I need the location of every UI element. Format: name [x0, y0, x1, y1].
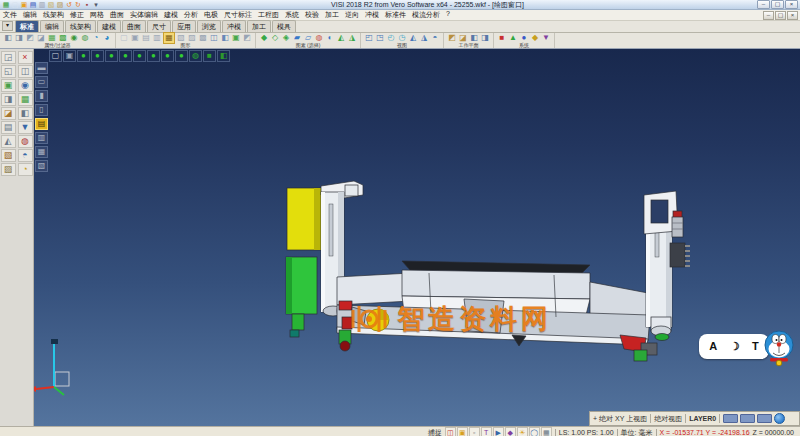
- toolbar-icon[interactable]: ◕: [102, 33, 112, 43]
- left-panel-tool-icon[interactable]: ◱: [1, 65, 16, 78]
- toolbar-icon[interactable]: ◩: [447, 33, 457, 43]
- view-mode-label[interactable]: 绝对 XY 上视图: [599, 414, 647, 424]
- menu-item[interactable]: 分析: [181, 10, 201, 20]
- toolbar-icon[interactable]: ◭: [408, 33, 418, 43]
- undo-icon[interactable]: ↺: [65, 1, 73, 9]
- ribbon-tab[interactable]: 冲模: [222, 20, 246, 32]
- import-icon[interactable]: ▧: [47, 1, 55, 9]
- ribbon-tab[interactable]: 浏览: [197, 20, 221, 32]
- toolbar-icon[interactable]: ◫: [209, 33, 219, 43]
- snap-toggle-icon[interactable]: T: [481, 427, 492, 436]
- window-control-button[interactable]: ×: [785, 0, 798, 9]
- cad-model-3d[interactable]: [34, 49, 800, 426]
- view-label[interactable]: 绝对视图: [654, 414, 682, 424]
- left-panel-tool-icon[interactable]: ◓: [18, 149, 33, 162]
- menu-item[interactable]: 文件: [0, 10, 20, 20]
- ime-mode-letter[interactable]: A: [709, 334, 717, 359]
- snap-toggle-icon[interactable]: ◫: [445, 427, 456, 436]
- left-panel-tool-icon[interactable]: ◪: [1, 107, 16, 120]
- open-folder-icon[interactable]: ▣: [20, 1, 28, 9]
- document-control-button[interactable]: ×: [787, 11, 798, 20]
- ribbon-tab[interactable]: 线架构: [65, 20, 96, 32]
- stamp-icon[interactable]: ▪: [83, 1, 91, 9]
- left-panel-tool-icon[interactable]: ◧: [18, 107, 33, 120]
- toolbar-icon[interactable]: ◰: [364, 33, 374, 43]
- menu-item[interactable]: ?: [443, 10, 453, 20]
- toolbar-icon[interactable]: ▼: [541, 33, 551, 43]
- snap-toggle-icon[interactable]: ◆: [505, 427, 516, 436]
- menu-item[interactable]: 实体编辑: [127, 10, 161, 20]
- menu-item[interactable]: 标准件: [382, 10, 409, 20]
- snap-label[interactable]: 捕捉: [428, 428, 442, 436]
- ime-toolbar[interactable]: A ☽ T: [699, 334, 769, 359]
- toolbar-icon[interactable]: ◍: [80, 33, 90, 43]
- toolbar-icon[interactable]: ◧: [220, 33, 230, 43]
- menu-item[interactable]: 模流分析: [409, 10, 443, 20]
- menu-item[interactable]: 网格: [87, 10, 107, 20]
- menu-item[interactable]: 编辑: [20, 10, 40, 20]
- menu-item[interactable]: 修正: [67, 10, 87, 20]
- left-panel-tool-icon[interactable]: ▧: [1, 149, 16, 162]
- left-panel-tool-icon[interactable]: ◍: [18, 135, 33, 148]
- save-icon[interactable]: ▤: [29, 1, 37, 9]
- status-strip-button[interactable]: [757, 414, 772, 423]
- left-panel-tool-icon[interactable]: ×: [18, 51, 33, 64]
- left-panel-tool-icon[interactable]: ◫: [18, 65, 33, 78]
- snap-toggle-icon[interactable]: ☀: [517, 427, 528, 436]
- viewport-canvas[interactable]: ▢▣●●●●●●●●◍■◧ ▬▭▮▯▤▥▦▧: [34, 49, 800, 426]
- toolbar-icon[interactable]: ▩: [198, 33, 208, 43]
- status-strip-button[interactable]: [723, 414, 738, 423]
- left-panel-tool-icon[interactable]: ▼: [18, 121, 33, 134]
- toolbar-icon[interactable]: ◩: [242, 33, 252, 43]
- globe-icon[interactable]: [774, 413, 785, 424]
- status-strip-button[interactable]: [740, 414, 755, 423]
- toolbar-icon[interactable]: ◐: [325, 33, 335, 43]
- toolbar-icon[interactable]: ◔: [91, 33, 101, 43]
- ribbon-tab[interactable]: 曲面: [122, 20, 146, 32]
- menu-item[interactable]: 冲模: [362, 10, 382, 20]
- ribbon-tab[interactable]: 标准: [15, 20, 39, 32]
- ribbon-tab[interactable]: 模具: [272, 20, 296, 32]
- menu-item[interactable]: 校验: [302, 10, 322, 20]
- left-panel-tool-icon[interactable]: ▦: [18, 93, 33, 106]
- toolbar-icon[interactable]: ◧: [3, 33, 13, 43]
- toolbar-icon[interactable]: ◮: [347, 33, 357, 43]
- toolbar-icon[interactable]: ◆: [530, 33, 540, 43]
- print-icon[interactable]: ▥: [38, 1, 46, 9]
- redo-icon[interactable]: ↻: [74, 1, 82, 9]
- menu-item[interactable]: 电极: [201, 10, 221, 20]
- app-icon[interactable]: ▦: [2, 1, 10, 9]
- toolbar-icon[interactable]: ◆: [259, 33, 269, 43]
- toolbar-icon[interactable]: ◨: [14, 33, 24, 43]
- toolbar-icon[interactable]: ▥: [152, 33, 162, 43]
- menu-item[interactable]: 系统: [282, 10, 302, 20]
- menu-item[interactable]: 建模: [161, 10, 181, 20]
- window-control-button[interactable]: –: [757, 0, 770, 9]
- left-panel-tool-icon[interactable]: ◉: [18, 79, 33, 92]
- menu-item[interactable]: 工程图: [255, 10, 282, 20]
- toolbar-icon[interactable]: ◮: [419, 33, 429, 43]
- toolbar-icon[interactable]: ▣: [231, 33, 241, 43]
- toolbar-icon[interactable]: ▲: [508, 33, 518, 43]
- toolbar-icon[interactable]: ◴: [386, 33, 396, 43]
- ribbon-tab[interactable]: 尺寸: [147, 20, 171, 32]
- toolbar-icon[interactable]: ▣: [130, 33, 140, 43]
- snap-toggle-icon[interactable]: ▦: [541, 427, 552, 436]
- layer-label[interactable]: LAYER0: [689, 415, 716, 422]
- ribbon-tab[interactable]: 应用: [172, 20, 196, 32]
- document-control-button[interactable]: –: [763, 11, 774, 20]
- left-panel-tool-icon[interactable]: ◲: [1, 51, 16, 64]
- toolbar-icon[interactable]: ▤: [141, 33, 151, 43]
- left-panel-tool-icon[interactable]: ◨: [1, 93, 16, 106]
- toolbar-icon[interactable]: ◓: [430, 33, 440, 43]
- toolbar-icon[interactable]: ◳: [375, 33, 385, 43]
- snap-toggle-icon[interactable]: ▣: [457, 427, 468, 436]
- export-icon[interactable]: ▨: [56, 1, 64, 9]
- left-panel-tool-icon[interactable]: ▤: [1, 121, 16, 134]
- ribbon-tab[interactable]: 编辑: [40, 20, 64, 32]
- menu-item[interactable]: 尺寸标注: [221, 10, 255, 20]
- toolbar-icon[interactable]: ■: [497, 33, 507, 43]
- ribbon-tab[interactable]: 建模: [97, 20, 121, 32]
- toolbar-icon[interactable]: ◈: [281, 33, 291, 43]
- left-panel-tool-icon[interactable]: ▣: [1, 79, 16, 92]
